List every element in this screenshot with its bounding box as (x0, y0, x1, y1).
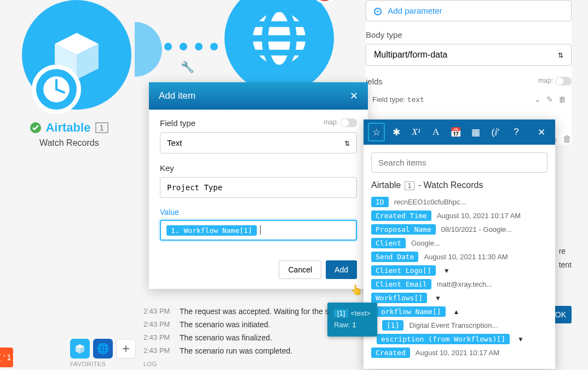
math-icon[interactable]: X¹ (408, 127, 424, 138)
field-type-label: Field type (160, 118, 195, 128)
node-subtitle: Watch Records (30, 138, 108, 148)
cursor-icon: 👆 (350, 284, 362, 296)
field-tag: Send Date (371, 252, 418, 262)
array-icon[interactable]: ▦ (468, 127, 484, 138)
log-row: 2:43 PMThe scenario was finalized. (143, 331, 417, 344)
variable-icon[interactable]: (ⅈ' (487, 127, 504, 138)
add-favorite-button[interactable]: + (116, 339, 136, 358)
connector-dots (164, 43, 218, 50)
star-icon[interactable]: ☆ (368, 123, 385, 141)
body-type-label: Body type (366, 30, 572, 39)
log-row: 2:43 PMThe scenario was initiated. (143, 318, 417, 331)
picker-heading: Airtable 1 - Watch Records (371, 180, 547, 190)
picker-item[interactable]: Created TimeAugust 10, 2021 10:17 AM (371, 210, 547, 221)
field-tag: Created Time (371, 210, 431, 221)
close-icon[interactable]: ✕ (532, 127, 551, 138)
field-value: August 10, 2021 10:17 AM (437, 212, 521, 220)
body-type-select[interactable]: Multipart/form-data (366, 44, 572, 66)
field-value: Google... (411, 239, 440, 247)
check-icon (30, 122, 41, 133)
node-index-badge: 1 (95, 122, 108, 133)
favorites-label: FAVORITES (70, 361, 136, 367)
map-toggle[interactable]: map: (538, 77, 572, 86)
cancel-button[interactable]: Cancel (279, 260, 321, 279)
field-tag: Client Logo[] (371, 265, 436, 276)
value-input[interactable]: 1. Workflow Name[1] (160, 220, 357, 241)
calendar-icon[interactable]: 📅 (447, 127, 464, 138)
picker-item[interactable]: ClientGoogle... (371, 238, 547, 248)
wrench-icon[interactable]: 🔧 (181, 60, 194, 73)
field-type-select[interactable]: Text (160, 132, 357, 153)
text-icon[interactable]: A (428, 127, 444, 138)
connector-start (135, 22, 162, 77)
airtable-node[interactable] (22, 0, 131, 110)
clock-icon (32, 65, 81, 114)
key-label: Key (160, 163, 357, 173)
field-value: August 10, 2021 11:30 AM (424, 253, 508, 261)
value-label: Value (160, 208, 357, 217)
select-caret-icon (558, 50, 563, 60)
field-value: recnEEO1c0cfuBhpc... (394, 198, 466, 206)
log-row: 2:43 PMThe scenario run was completed. (143, 344, 417, 357)
log-row: 2:43 PMThe request was accepted. Waiting… (143, 305, 417, 318)
gear-icon[interactable]: ✱ (388, 127, 405, 138)
chevron-icon[interactable]: ▼ (443, 267, 450, 275)
help-icon[interactable]: ? (507, 127, 526, 138)
edit-icon[interactable]: ✎ (546, 95, 553, 104)
node-title: Airtable (45, 121, 90, 134)
log-label: LOG (143, 361, 417, 367)
trash-icon[interactable]: 🗑 (558, 95, 566, 104)
field-value: Digital Event Transcription... (409, 321, 498, 329)
field-value: 08/10/2021 - Google... (441, 225, 512, 234)
picker-item[interactable]: Client Emailmatt@xray.tech... (371, 279, 547, 289)
field-tag: ID (371, 197, 389, 207)
trash-icon[interactable]: 🗑 (563, 134, 572, 145)
fields-label: ields map: (366, 77, 572, 86)
chevron-icon[interactable]: ▼ (435, 294, 441, 302)
chevron-icon[interactable]: ▼ (517, 335, 524, 343)
field-tag: Proposal Name (371, 224, 436, 235)
picker-item[interactable]: Proposal Name08/10/2021 - Google... (371, 224, 547, 235)
field-value: August 10, 2021 10:17 AM (416, 349, 499, 357)
globe-icon (244, 3, 315, 74)
add-button[interactable]: Add (326, 260, 357, 279)
field-row: Field type: text ⌄ ✎ 🗑 (366, 93, 572, 106)
add-item-modal: Add item ✕ Field type map: Text Key Proj… (149, 82, 368, 289)
log-panel: 2:43 PMThe request was accepted. Waiting… (143, 305, 417, 367)
close-icon[interactable]: ✕ (350, 90, 358, 102)
value-pill: 1. Workflow Name[1] (166, 225, 257, 236)
select-caret-icon (344, 138, 350, 147)
field-tag: Workflows[] (371, 293, 427, 303)
modal-title: Add item (159, 90, 195, 101)
chevron-down-icon[interactable]: ⌄ (534, 95, 541, 104)
plus-icon: + (374, 8, 382, 15)
chevron-icon[interactable]: ▲ (453, 308, 460, 316)
field-tag: Client Email (371, 279, 431, 289)
key-input[interactable]: Project Type (160, 177, 357, 198)
picker-item[interactable]: Send DateAugust 10, 2021 11:30 AM (371, 252, 547, 262)
http-node[interactable]: ! (224, 0, 334, 93)
cutoff-text: re tent (559, 244, 572, 272)
dock-shortcut[interactable]: ['1] (0, 348, 13, 367)
search-input[interactable] (371, 152, 547, 173)
map-toggle[interactable]: map: (324, 118, 357, 128)
field-tag: Client (371, 238, 406, 248)
picker-item[interactable]: Workflows[]▼ (371, 293, 547, 303)
favorite-cube-icon[interactable] (70, 339, 90, 358)
add-parameter-button[interactable]: + Add parameter (366, 0, 572, 21)
favorite-globe-icon[interactable]: 🌐 (93, 339, 113, 358)
picker-item[interactable]: IDrecnEEO1c0cfuBhpc... (371, 197, 547, 207)
picker-item[interactable]: Client Logo[]▼ (371, 265, 547, 276)
field-value: matt@xray.tech... (437, 280, 492, 288)
